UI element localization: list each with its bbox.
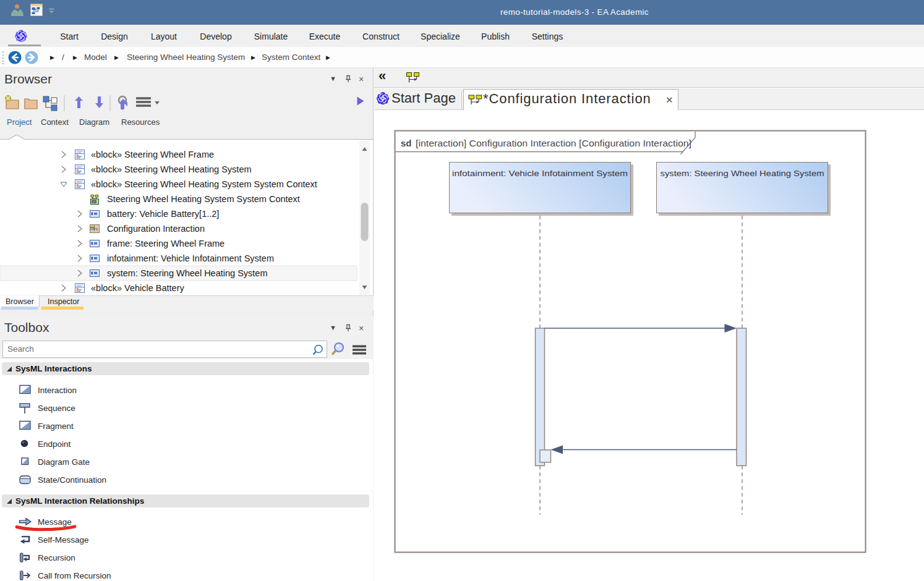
svg-text:[interaction] Configuration In: [interaction] Configuration Interaction … bbox=[416, 138, 691, 148]
svg-text:sd: sd bbox=[401, 138, 412, 148]
svg-text:infotainment: Vehicle Infotain: infotainment: Vehicle Infotainment Syste… bbox=[452, 169, 628, 178]
svg-text:system: Steering Wheel Heating: system: Steering Wheel Heating System bbox=[661, 169, 824, 178]
